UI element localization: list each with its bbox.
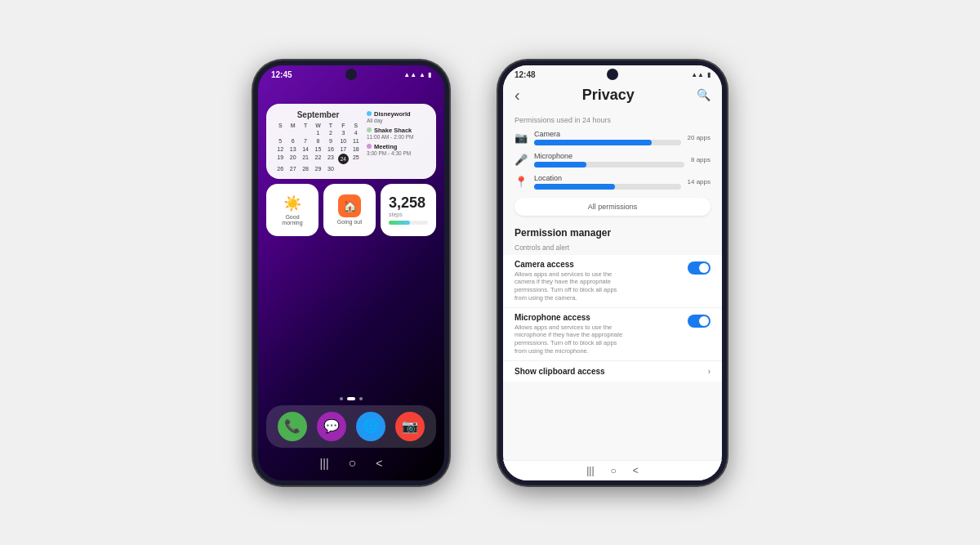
cal-day-25[interactable]: 25 [350, 154, 362, 164]
camera-perm-name: Camera [534, 130, 681, 138]
home-button[interactable]: ○ [349, 456, 357, 471]
camera-perm-bar-fill [534, 140, 652, 145]
dock-app-phone[interactable]: 📞 [278, 412, 307, 441]
privacy-header: ‹ Privacy 🔍 [503, 81, 722, 111]
back-button[interactable]: < [376, 457, 382, 470]
good-morning-label: Goodmorning [282, 214, 302, 226]
microphone-access-title: Microphone access [514, 313, 629, 322]
dock-apps: 📞 💬 🌐 📷 [266, 405, 436, 448]
cal-header-f: F [337, 123, 349, 128]
cal-header-w: W [312, 123, 323, 128]
cal-day-3[interactable]: 3 [337, 129, 349, 136]
cal-day-29[interactable]: 29 [312, 165, 323, 172]
cal-day-5[interactable]: 5 [274, 137, 286, 145]
dock-app-browser[interactable]: 🌐 [356, 412, 385, 441]
cal-day-18[interactable]: 18 [350, 145, 362, 153]
cal-header-m: M [287, 123, 298, 128]
microphone-permission-row[interactable]: 🎤 Microphone 8 apps [503, 149, 722, 171]
phone-2: 12:48 ▲▲ ▮ ‹ Privacy 🔍 Permissions used … [498, 60, 727, 485]
nav-bar-2: ||| ○ < [503, 460, 722, 480]
signal-icon: ▲▲ [403, 71, 416, 78]
cal-day-1[interactable]: 1 [312, 129, 323, 136]
camera-access-desc: Allows apps and services to use the came… [514, 270, 629, 302]
event-dot-3 [367, 144, 372, 149]
camera-access-setting[interactable]: Camera access Allows apps and services t… [503, 255, 722, 308]
microphone-access-setting[interactable]: Microphone access Allows apps and servic… [503, 308, 722, 361]
privacy-screen: 12:48 ▲▲ ▮ ‹ Privacy 🔍 Permissions used … [503, 65, 722, 480]
cal-day-10[interactable]: 10 [337, 137, 349, 145]
cal-day-28[interactable]: 28 [300, 165, 311, 172]
cal-day-11[interactable]: 11 [350, 137, 362, 145]
show-clipboard-label: Show clipboard access [514, 367, 605, 376]
cal-day-21[interactable]: 21 [300, 154, 311, 164]
going-out-widget[interactable]: 🏠 Going out [323, 184, 376, 236]
camera-perm-details: Camera [534, 130, 681, 145]
cal-day-13[interactable]: 13 [287, 145, 298, 153]
home-button-2[interactable]: ○ [611, 465, 617, 476]
location-permission-row[interactable]: 📍 Location 14 apps [503, 171, 722, 193]
show-clipboard-item[interactable]: Show clipboard access › [503, 361, 722, 382]
status-time-1: 12:45 [271, 70, 292, 79]
cal-day-12[interactable]: 12 [274, 145, 286, 153]
cal-today[interactable]: 24 [338, 154, 349, 164]
cal-header-s: S [274, 123, 286, 128]
cal-day-empty5 [350, 165, 362, 172]
cal-day-4[interactable]: 4 [350, 129, 362, 136]
cal-day-7[interactable]: 7 [300, 137, 311, 145]
status-icons-2: ▲▲ ▮ [691, 71, 710, 78]
event-meeting[interactable]: Meeting 3:00 PM - 4:30 PM [367, 143, 428, 156]
cal-day-15[interactable]: 15 [312, 145, 323, 153]
event-disneyworld[interactable]: Disneyworld All day [367, 110, 428, 123]
microphone-access-desc: Allows apps and services to use the micr… [514, 324, 629, 355]
camera-perm-icon: 📷 [514, 132, 528, 144]
weather-widget[interactable]: ☀️ Goodmorning [266, 184, 318, 236]
cal-day-6[interactable]: 6 [287, 137, 298, 145]
cal-day-17[interactable]: 17 [337, 145, 349, 153]
signal-bars-icon: ▲▲ [691, 71, 704, 78]
back-button-2[interactable]: ‹ [514, 86, 520, 105]
cal-day-14[interactable]: 14 [300, 145, 311, 153]
camera-access-toggle[interactable] [688, 261, 710, 275]
cal-day-26[interactable]: 26 [274, 165, 286, 172]
cal-day-2[interactable]: 2 [325, 129, 336, 136]
cal-day-8[interactable]: 8 [312, 137, 323, 145]
all-permissions-button[interactable]: All permissions [514, 198, 710, 216]
cal-day-20[interactable]: 20 [287, 154, 298, 164]
search-icon-privacy[interactable]: 🔍 [697, 88, 710, 101]
microphone-access-text: Microphone access Allows apps and servic… [514, 313, 629, 355]
camera-perm-bar-bg [534, 140, 681, 145]
dock-app-messages[interactable]: 💬 [317, 412, 346, 441]
event-dot-2 [367, 127, 372, 132]
wifi-icon: ▲ [419, 71, 425, 78]
recent-apps-button[interactable]: ||| [320, 457, 329, 470]
back-button-3[interactable]: < [633, 465, 639, 476]
camera-access-text: Camera access Allows apps and services t… [514, 260, 629, 302]
cal-day-19[interactable]: 19 [274, 154, 286, 164]
page-dot-1 [340, 397, 343, 400]
privacy-content: Permissions used in 24 hours 📷 Camera 20… [503, 111, 722, 460]
cal-day-30[interactable]: 30 [325, 165, 336, 172]
dock-app-camera[interactable]: 📷 [395, 412, 425, 441]
cal-day-16[interactable]: 16 [325, 145, 336, 153]
event-shake-shack[interactable]: Shake Shack 11:00 AM - 2:00 PM [367, 127, 428, 140]
widgets-row: ☀️ Goodmorning 🏠 Going out 3,258 steps [266, 184, 436, 236]
privacy-title: Privacy [582, 87, 635, 104]
steps-label: steps [389, 212, 428, 217]
recent-apps-button-2[interactable]: ||| [586, 465, 594, 476]
location-perm-count: 14 apps [688, 178, 710, 185]
cal-day-22[interactable]: 22 [312, 154, 323, 164]
camera-permission-row[interactable]: 📷 Camera 20 apps [503, 127, 722, 149]
cal-day-27[interactable]: 27 [287, 165, 298, 172]
cal-header-s2: S [350, 123, 362, 128]
cal-day-empty3 [300, 129, 311, 136]
controls-label: Controls and alert [503, 240, 722, 255]
cal-day-23[interactable]: 23 [325, 154, 336, 164]
steps-widget[interactable]: 3,258 steps [381, 184, 436, 236]
permissions-section-label: Permissions used in 24 hours [503, 111, 722, 127]
front-camera [345, 69, 357, 80]
cal-day-9[interactable]: 9 [325, 137, 336, 145]
nav-bar-1: ||| ○ < [320, 453, 383, 474]
microphone-access-toggle[interactable] [688, 315, 710, 328]
calendar-grid: S M T W T F S 1 2 3 4 5 [274, 123, 362, 172]
calendar-widget[interactable]: September S M T W T F S 1 2 3 [266, 104, 436, 179]
